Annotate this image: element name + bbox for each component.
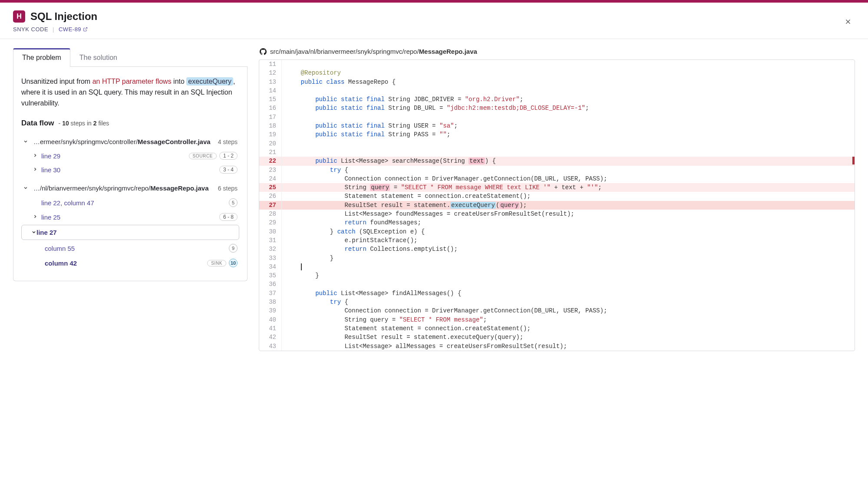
code-line[interactable]: 29 return foundMessages; bbox=[259, 218, 855, 227]
file-row-controller[interactable]: …ermeer/snyk/springmvc/controller/Messag… bbox=[21, 135, 239, 149]
column-label: column 42 bbox=[45, 259, 207, 267]
code-line[interactable]: 23 try { bbox=[259, 166, 855, 174]
step-count: 6 steps bbox=[218, 185, 238, 192]
code-line[interactable]: 14 bbox=[259, 86, 855, 95]
column-label: column 55 bbox=[45, 245, 229, 252]
code-content: List<Message> allMessages = createUsersF… bbox=[282, 342, 855, 351]
line-row-30[interactable]: line 30 3 - 4 bbox=[21, 163, 239, 177]
line-row-27-selected[interactable]: line 27 bbox=[21, 225, 239, 240]
line-row-29[interactable]: line 29 SOURCE 1 - 2 bbox=[21, 149, 239, 163]
code-file-header[interactable]: src/main/java/nl/brianvermeer/snyk/sprin… bbox=[259, 48, 855, 59]
code-line[interactable]: 13 public class MessageRepo { bbox=[259, 78, 855, 86]
code-line[interactable]: 22 public List<Message> searchMessage(St… bbox=[259, 157, 855, 165]
code-line[interactable]: 43 List<Message> allMessages = createUse… bbox=[259, 342, 855, 351]
tab-solution[interactable]: The solution bbox=[70, 48, 126, 67]
desc-sink-highlight[interactable]: executeQuery bbox=[186, 77, 233, 85]
line-number: 25 bbox=[259, 183, 282, 192]
line-row-25[interactable]: line 25 6 - 8 bbox=[21, 210, 239, 224]
dataflow-title: Data flow bbox=[21, 119, 54, 128]
code-line[interactable]: 24 Connection connection = DriverManager… bbox=[259, 174, 855, 183]
line-number: 39 bbox=[259, 306, 282, 315]
code-line[interactable]: 30 } catch (SQLException e) { bbox=[259, 227, 855, 236]
code-content: public class MessageRepo { bbox=[282, 78, 855, 86]
desc-mid: into bbox=[172, 78, 187, 85]
code-line[interactable]: 36 bbox=[259, 280, 855, 289]
line-number: 11 bbox=[259, 60, 282, 69]
line-number: 13 bbox=[259, 78, 282, 86]
step-count: 4 steps bbox=[218, 138, 238, 145]
close-button[interactable] bbox=[841, 15, 855, 29]
code-line[interactable]: 16 public static final String DB_URL = "… bbox=[259, 104, 855, 112]
line-label: line 27 bbox=[36, 229, 236, 236]
line-number: 33 bbox=[259, 254, 282, 263]
code-content: Statement statement = connection.createS… bbox=[282, 192, 855, 200]
code-line[interactable]: 35 } bbox=[259, 271, 855, 280]
steps-text: steps in bbox=[69, 120, 93, 127]
code-content: ResultSet result = statement.executeQuer… bbox=[282, 201, 855, 210]
source-label: SNYK CODE bbox=[13, 26, 48, 33]
code-line[interactable]: 11 bbox=[259, 60, 855, 69]
line-number: 20 bbox=[259, 139, 282, 148]
step-range: 1 - 2 bbox=[219, 152, 238, 160]
code-line[interactable]: 19 public static final String PASS = ""; bbox=[259, 130, 855, 139]
code-content: public List<Message> searchMessage(Strin… bbox=[282, 157, 855, 165]
cwe-text: CWE-89 bbox=[59, 26, 81, 33]
cwe-link[interactable]: CWE-89 bbox=[59, 26, 88, 33]
code-line[interactable]: 42 ResultSet result = statement.executeQ… bbox=[259, 333, 855, 342]
chevron-down-icon bbox=[23, 138, 31, 145]
code-line[interactable]: 26 Statement statement = connection.crea… bbox=[259, 192, 855, 200]
chevron-down-icon bbox=[31, 229, 36, 236]
line-row-27-c42[interactable]: column 42 SINK 10 bbox=[21, 256, 239, 270]
code-content: String query = "SELECT * FROM message WH… bbox=[282, 183, 855, 192]
code-line[interactable]: 40 String query = "SELECT * FROM message… bbox=[259, 315, 855, 324]
code-line[interactable]: 33 } bbox=[259, 254, 855, 263]
github-icon bbox=[260, 48, 267, 55]
code-content: ResultSet result = statement.executeQuer… bbox=[282, 333, 855, 342]
code-line[interactable]: 27 ResultSet result = statement.executeQ… bbox=[259, 201, 855, 210]
code-line[interactable]: 25 String query = "SELECT * FROM message… bbox=[259, 183, 855, 192]
code-line[interactable]: 21 bbox=[259, 148, 855, 157]
code-line[interactable]: 12 @Repository bbox=[259, 69, 855, 77]
desc-source-link[interactable]: an HTTP parameter flows bbox=[92, 78, 172, 85]
code-line[interactable]: 15 public static final String JDBC_DRIVE… bbox=[259, 95, 855, 104]
line-row-27-c55[interactable]: column 55 9 bbox=[21, 241, 239, 256]
code-line[interactable]: 18 public static final String USER = "sa… bbox=[259, 122, 855, 130]
code-content bbox=[282, 113, 855, 122]
code-content: } bbox=[282, 254, 855, 263]
step-dot: 5 bbox=[229, 198, 238, 207]
code-line[interactable]: 32 return Collections.emptyList(); bbox=[259, 245, 855, 253]
code-content: return foundMessages; bbox=[282, 218, 855, 227]
line-number: 23 bbox=[259, 166, 282, 174]
line-number: 35 bbox=[259, 271, 282, 280]
code-line[interactable]: 41 Statement statement = connection.crea… bbox=[259, 324, 855, 333]
step-dot: 9 bbox=[229, 244, 238, 253]
line-number: 34 bbox=[259, 263, 282, 271]
chevron-right-icon bbox=[33, 214, 40, 220]
code-line[interactable]: 20 bbox=[259, 139, 855, 148]
code-line[interactable]: 17 bbox=[259, 113, 855, 122]
file-row-repo[interactable]: …/nl/brianvermeer/snyk/springmvc/repo/Me… bbox=[21, 181, 239, 195]
line-number: 12 bbox=[259, 69, 282, 77]
line-number: 18 bbox=[259, 122, 282, 130]
code-content: Connection connection = DriverManager.ge… bbox=[282, 174, 855, 183]
line-number: 31 bbox=[259, 236, 282, 245]
source-badge: SOURCE bbox=[189, 153, 217, 159]
code-file-path: src/main/java/nl/brianvermeer/snyk/sprin… bbox=[270, 48, 477, 55]
code-line[interactable]: 28 List<Message> foundMessages = createU… bbox=[259, 210, 855, 218]
line-number: 28 bbox=[259, 210, 282, 218]
tab-problem[interactable]: The problem bbox=[13, 48, 70, 67]
code-line[interactable]: 31 e.printStackTrace(); bbox=[259, 236, 855, 245]
scroll-marker bbox=[852, 157, 855, 164]
line-number: 27 bbox=[259, 201, 282, 210]
code-viewer[interactable]: 1112 @Repository13 public class MessageR… bbox=[259, 59, 855, 351]
code-line[interactable]: 34 bbox=[259, 263, 855, 271]
code-line[interactable]: 38 try { bbox=[259, 298, 855, 306]
files-total: 2 bbox=[93, 120, 97, 127]
line-row-22[interactable]: line 22, column 47 5 bbox=[21, 195, 239, 210]
code-line[interactable]: 39 Connection connection = DriverManager… bbox=[259, 306, 855, 315]
line-label: line 29 bbox=[41, 152, 189, 160]
line-number: 14 bbox=[259, 86, 282, 95]
problem-pane: The problem The solution Unsanitized inp… bbox=[13, 48, 248, 351]
code-content: public static final String JDBC_DRIVER =… bbox=[282, 95, 855, 104]
code-line[interactable]: 37 public List<Message> findAllMessages(… bbox=[259, 289, 855, 298]
